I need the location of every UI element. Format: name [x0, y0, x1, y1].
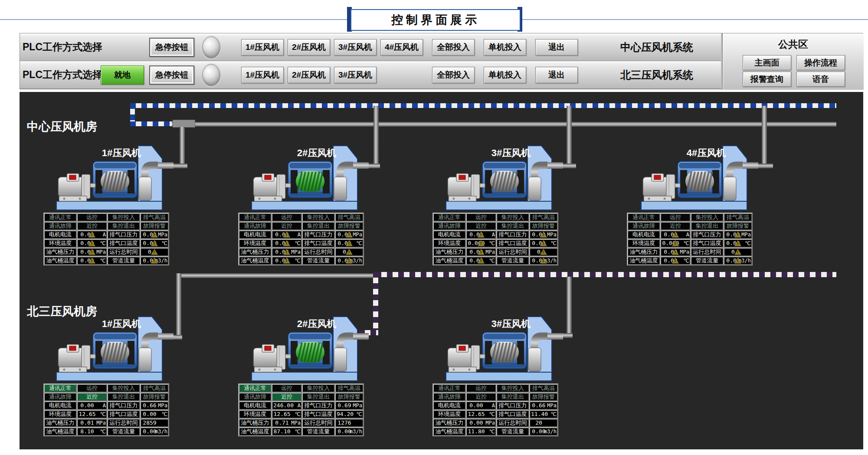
param-value: 20	[531, 419, 547, 426]
param-unit: ℃	[100, 411, 106, 418]
param-value-cell: 0.01MPa	[77, 419, 107, 427]
compressor-select-button[interactable]: 2#压风机	[288, 39, 330, 56]
compressor-select-button[interactable]: 2#压风机	[288, 67, 330, 83]
plc-mode-label: PLC工作方式选择	[23, 33, 102, 61]
param-value-cell: 0.69MPa	[335, 401, 364, 410]
param-value-cell: 12.65℃	[466, 410, 496, 419]
status-cell: 近控	[466, 393, 496, 401]
param-label-cell: 油气桶压力	[44, 419, 77, 427]
param-value-cell: 0.66MPa	[529, 401, 558, 410]
main-screen-button[interactable]: 主画面	[743, 55, 791, 70]
param-label-cell: 油气桶温度	[433, 256, 466, 265]
alarm-triangle-icon	[346, 231, 353, 237]
status-cell: 集控投入	[496, 384, 529, 393]
alarm-triangle-icon	[88, 249, 95, 255]
compressor-select-button[interactable]: 1#压风机	[241, 39, 284, 56]
param-label-cell: 油气桶压力	[239, 248, 272, 256]
param-value: 12.65	[273, 411, 291, 418]
single-start-button[interactable]: 单机投入	[484, 39, 526, 56]
param-value: 0.01	[79, 419, 96, 426]
compressor-unit[interactable]: 4#压风机	[640, 140, 758, 213]
param-value-cell: 0.00MPa	[140, 230, 169, 239]
voice-button[interactable]: 语音	[796, 72, 845, 87]
system-name-label: 北三压风机系统	[592, 61, 722, 88]
compressor-unit[interactable]: 2#压风机	[251, 311, 369, 383]
conn-north-3	[562, 333, 573, 338]
param-unit: MPa	[485, 419, 495, 426]
alarm-query-button[interactable]: 报警查询	[743, 72, 791, 87]
toolbar-row: PLC工作方式选择就地急停按钮1#压风机2#压风机3#压风机全部投入单机投入退出…	[20, 61, 721, 89]
public-area-panel: 公共区 主画面操作流程报警查询语音	[722, 33, 864, 90]
alarm-triangle-icon	[540, 231, 547, 237]
status-cell: 集控退出	[302, 222, 335, 230]
compressor-unit[interactable]: 3#压风机	[445, 140, 563, 213]
status-cell: 近控	[466, 222, 496, 230]
alarm-triangle-icon	[88, 257, 95, 263]
alarm-triangle-icon	[151, 231, 158, 237]
param-value-cell: 94.20℃	[335, 410, 364, 419]
status-cell: 通讯故障	[44, 222, 77, 230]
compressor-unit[interactable]: 1#压风机	[56, 140, 174, 213]
compressor-label: 1#压风机	[102, 318, 141, 329]
param-value-cell: 11.80℃	[466, 427, 496, 436]
alarm-triangle-icon	[283, 249, 290, 255]
param-value: 12.65	[79, 411, 96, 418]
exit-button[interactable]: 退出	[535, 67, 578, 83]
plc-mode-label: PLC工作方式选择	[23, 61, 102, 88]
param-unit: ℃	[684, 240, 689, 247]
compressor-unit[interactable]: 3#压风机	[445, 311, 563, 383]
alarm-triangle-icon	[478, 257, 485, 263]
compressor-select-button[interactable]: 3#压风机	[334, 39, 377, 56]
param-value-cell: 0.00MPa	[335, 230, 364, 239]
compressor-label: 2#压风机	[297, 318, 336, 329]
param-value-cell: 0.00℃	[529, 239, 558, 248]
compressor-select-button[interactable]: 4#压风机	[380, 39, 423, 56]
param-label-cell: 排气口温度	[496, 410, 529, 419]
param-value-cell: 0.00A	[77, 230, 107, 239]
status-cell: 通讯正常	[44, 384, 77, 393]
mode-local-button[interactable]: 就地	[101, 65, 144, 85]
param-label-cell: 环境温度	[239, 410, 272, 419]
exit-button[interactable]: 退出	[535, 39, 578, 56]
param-unit: ℃	[357, 240, 362, 247]
param-value-cell: 0.00MPa	[77, 248, 107, 256]
param-value-cell: 0.00m3/h	[529, 427, 558, 436]
param-value-cell: 0.00MPa	[660, 248, 691, 256]
estop-button[interactable]: 急停按钮	[149, 65, 194, 85]
operation-flow-button[interactable]: 操作流程	[796, 55, 845, 70]
param-label-cell: 管道流量	[107, 427, 140, 436]
param-label-cell: 排气口压力	[496, 230, 529, 239]
param-value-cell: 0.00℃	[272, 239, 302, 248]
param-unit: m3/h	[350, 428, 362, 435]
param-label-cell: 排气口压力	[107, 230, 140, 239]
compressor-label: 2#压风机	[297, 147, 336, 158]
status-cell: 集控投入	[107, 384, 140, 393]
compressor-label: 1#压风机	[102, 147, 141, 158]
alarm-triangle-icon	[734, 231, 741, 237]
estop-button[interactable]: 急停按钮	[149, 38, 194, 57]
param-label-cell: 油气桶压力	[433, 419, 466, 427]
param-label-cell: 油气桶压力	[433, 248, 466, 256]
compressor-unit[interactable]: 1#压风机	[56, 311, 174, 383]
alarm-triangle-icon	[672, 240, 679, 246]
param-value-cell: 0.71MPa	[272, 419, 302, 427]
mimic-area: 中心压风机房	[20, 92, 863, 449]
param-unit: MPa	[741, 231, 751, 238]
compressor-unit[interactable]: 2#压风机	[251, 140, 369, 213]
status-cell: 集控退出	[496, 393, 529, 401]
param-label-cell: 环境温度	[433, 410, 466, 419]
compressor-select-button[interactable]: 1#压风机	[241, 67, 284, 83]
compressor-select-button[interactable]: 3#压风机	[334, 67, 377, 83]
all-start-button[interactable]: 全部投入	[432, 39, 475, 56]
status-cell: 排气高温	[140, 384, 169, 393]
status-cell: 近控	[77, 393, 107, 401]
param-value-cell: 0	[140, 248, 169, 256]
north-dashed-downleg	[373, 272, 378, 333]
status-cell: 集控投入	[302, 384, 335, 393]
all-start-button[interactable]: 全部投入	[432, 67, 475, 83]
single-start-button[interactable]: 单机投入	[484, 67, 526, 83]
status-cell: 集控退出	[691, 222, 724, 230]
status-cell: 排气高温	[724, 213, 752, 222]
param-value-cell: 0.00MPa	[272, 248, 302, 256]
status-cell: 近控	[272, 393, 302, 401]
